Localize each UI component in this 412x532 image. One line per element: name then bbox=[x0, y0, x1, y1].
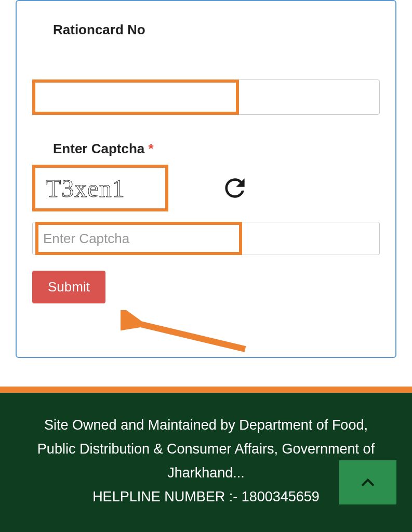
submit-button[interactable]: Submit bbox=[32, 271, 105, 303]
footer-helpline: HELPLINE NUMBER :- 1800345659 bbox=[26, 485, 386, 509]
chevron-up-icon bbox=[355, 470, 381, 496]
captcha-section: Enter Captcha * T3xen1 Submit bbox=[32, 141, 380, 303]
footer: Site Owned and Maintained by Department … bbox=[0, 393, 412, 532]
svg-line-1 bbox=[136, 323, 245, 349]
arrow-annotation bbox=[121, 310, 250, 357]
rationcard-input[interactable] bbox=[32, 79, 380, 115]
footer-text: Site Owned and Maintained by Department … bbox=[26, 414, 386, 485]
captcha-input-wrapper bbox=[32, 222, 380, 255]
rationcard-label: Rationcard No bbox=[53, 22, 380, 38]
captcha-display-row: T3xen1 bbox=[32, 165, 380, 211]
captcha-image: T3xen1 bbox=[32, 165, 168, 211]
rationcard-input-wrapper bbox=[32, 79, 380, 115]
separator-bar bbox=[0, 387, 412, 393]
captcha-label: Enter Captcha * bbox=[53, 141, 380, 157]
form-container: Rationcard No Enter Captcha * T3xen1 Sub… bbox=[16, 0, 396, 358]
refresh-icon[interactable] bbox=[220, 174, 249, 203]
captcha-text: T3xen1 bbox=[46, 174, 125, 203]
scroll-top-button[interactable] bbox=[339, 460, 396, 504]
captcha-label-text: Enter Captcha bbox=[53, 141, 144, 156]
captcha-input[interactable] bbox=[32, 222, 380, 255]
required-marker: * bbox=[149, 141, 154, 156]
